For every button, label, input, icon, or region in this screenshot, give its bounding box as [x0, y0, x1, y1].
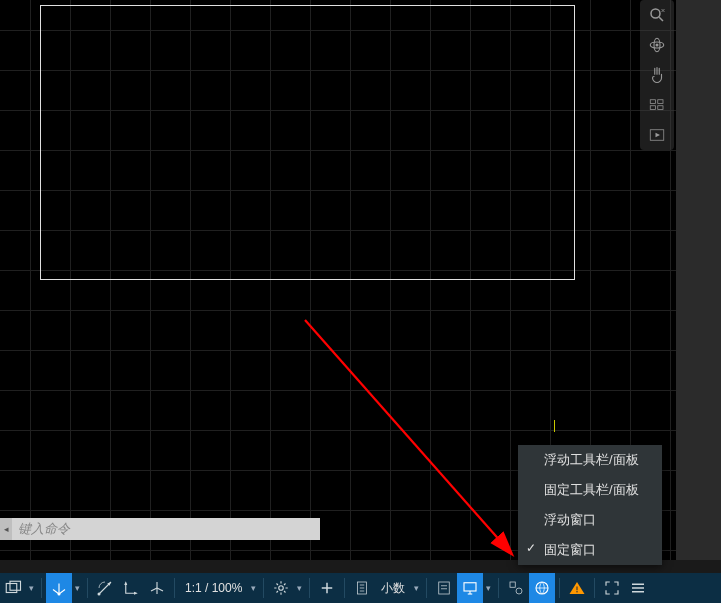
svg-rect-39	[464, 583, 476, 591]
command-input[interactable]: 键入命令	[12, 520, 320, 538]
globe-button[interactable]	[529, 573, 555, 603]
status-bar: ▾ ▾ 1:1 / 100% ▾ ▾ 小数 ▾ ▾	[0, 573, 721, 603]
divider	[498, 578, 499, 598]
right-dock-strip	[676, 0, 721, 560]
chevron-down-icon[interactable]: ▾	[294, 583, 305, 593]
svg-line-28	[157, 588, 163, 591]
svg-point-20	[58, 593, 61, 596]
chevron-down-icon[interactable]: ▾	[483, 583, 494, 593]
svg-point-22	[98, 593, 101, 596]
ucs-button[interactable]	[46, 573, 72, 603]
svg-point-0	[651, 9, 660, 18]
menu-item-floating-window[interactable]: 浮动窗口	[518, 505, 662, 535]
play-icon[interactable]	[642, 122, 672, 148]
divider	[559, 578, 560, 598]
fullscreen-button[interactable]	[599, 573, 625, 603]
customization-button[interactable]	[625, 573, 651, 603]
chevron-down-icon[interactable]: ▾	[26, 583, 37, 593]
svg-line-27	[151, 588, 157, 591]
divider	[87, 578, 88, 598]
dock-context-menu: 浮动工具栏/面板 固定工具栏/面板 浮动窗口 ✓ 固定窗口	[518, 445, 662, 565]
svg-rect-7	[650, 100, 655, 104]
divider	[344, 578, 345, 598]
chevron-down-icon[interactable]: ▾	[411, 583, 422, 593]
pan-icon[interactable]	[642, 62, 672, 88]
svg-marker-25	[134, 592, 138, 595]
svg-rect-8	[658, 100, 663, 104]
selection-rectangle	[40, 5, 575, 280]
add-button[interactable]	[314, 573, 340, 603]
svg-point-6	[656, 44, 659, 47]
chevron-down-icon[interactable]: ▾	[248, 583, 259, 593]
svg-rect-15	[6, 584, 17, 593]
settings-button[interactable]	[268, 573, 294, 603]
polar-tracking-button[interactable]	[92, 573, 118, 603]
command-handle-icon[interactable]: ◂	[0, 518, 12, 540]
divider	[426, 578, 427, 598]
zoom-level-label[interactable]: 1:1 / 100%	[179, 581, 248, 595]
chevron-down-icon[interactable]: ▾	[72, 583, 83, 593]
divider	[594, 578, 595, 598]
svg-rect-36	[439, 582, 450, 594]
orbit-icon[interactable]	[642, 32, 672, 58]
divider	[263, 578, 264, 598]
check-icon: ✓	[526, 541, 536, 555]
svg-line-1	[659, 17, 663, 21]
isometric-button[interactable]	[144, 573, 170, 603]
crosshair-cursor	[549, 426, 561, 438]
menu-item-label: 浮动工具栏/面板	[544, 452, 639, 467]
group-button[interactable]	[503, 573, 529, 603]
model-space-button[interactable]	[0, 573, 26, 603]
svg-rect-10	[658, 106, 663, 110]
divider	[174, 578, 175, 598]
svg-marker-24	[124, 581, 127, 585]
svg-point-29	[279, 586, 284, 591]
properties-button[interactable]	[431, 573, 457, 603]
ortho-button[interactable]	[118, 573, 144, 603]
svg-rect-9	[650, 106, 655, 110]
zoom-extents-icon[interactable]	[642, 2, 672, 28]
menu-item-label: 浮动窗口	[544, 512, 596, 527]
divider	[41, 578, 42, 598]
svg-point-48	[577, 591, 579, 593]
svg-point-43	[516, 588, 522, 594]
command-line[interactable]: ◂ 键入命令	[0, 518, 320, 540]
units-label[interactable]: 小数	[375, 580, 411, 597]
menu-item-label: 固定窗口	[544, 542, 596, 557]
svg-marker-12	[656, 133, 661, 138]
navigation-palette	[640, 0, 674, 150]
menu-item-floating-toolbar[interactable]: 浮动工具栏/面板	[518, 445, 662, 475]
menu-item-fixed-toolbar[interactable]: 固定工具栏/面板	[518, 475, 662, 505]
views-icon[interactable]	[642, 92, 672, 118]
svg-rect-42	[510, 582, 515, 587]
annotation-scale-button[interactable]	[349, 573, 375, 603]
svg-rect-16	[10, 581, 21, 590]
menu-item-label: 固定工具栏/面板	[544, 482, 639, 497]
menu-item-fixed-window[interactable]: ✓ 固定窗口	[518, 535, 662, 565]
monitor-button[interactable]	[457, 573, 483, 603]
warning-button[interactable]	[564, 573, 590, 603]
divider	[309, 578, 310, 598]
